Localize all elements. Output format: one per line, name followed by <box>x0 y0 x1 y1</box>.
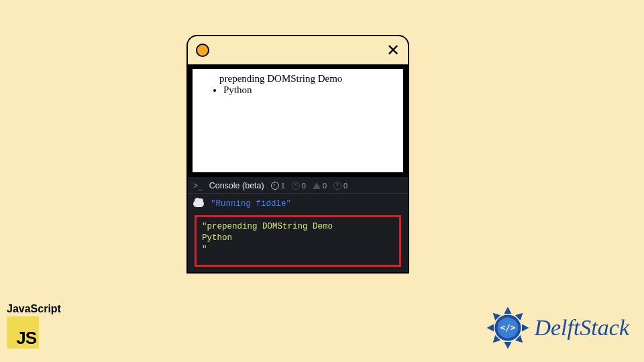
demo-heading-text: prepending DOMString Demo <box>219 73 398 84</box>
other-count-badge[interactable]: 0 <box>333 182 347 190</box>
svg-marker-0 <box>504 307 512 314</box>
running-fiddle-text: "Running fiddle" <box>211 199 291 208</box>
delftstack-logo-icon: </> <box>484 304 531 351</box>
output-line-1: prepending DOMString Demo <box>207 222 333 231</box>
svg-marker-4 <box>504 342 512 349</box>
console-log-line: "Running fiddle" <box>193 199 402 208</box>
devtools-console: >_ Console (beta) 1 0 0 0 "Running fiddl… <box>188 177 408 272</box>
javascript-label: JavaScript <box>7 303 61 315</box>
console-header: >_ Console (beta) 1 0 0 0 <box>188 177 408 194</box>
javascript-logo-icon: JS <box>7 316 39 349</box>
console-prompt-icon: >_ <box>193 181 203 190</box>
svg-marker-2 <box>522 324 529 331</box>
close-icon[interactable]: ✕ <box>386 42 400 58</box>
traffic-light-dot[interactable] <box>196 44 209 57</box>
browser-window: ✕ prepending DOMString Demo Python >_ Co… <box>186 35 409 274</box>
info-count-badge[interactable]: 1 <box>271 182 285 190</box>
brand-footer: </> DelftStack <box>484 304 629 351</box>
console-output-highlight: "prepending DOMString Demo Python " <box>195 215 401 267</box>
list-item: Python <box>223 84 398 96</box>
output-quote-open: " <box>202 222 207 231</box>
cloud-icon <box>193 200 204 207</box>
console-tab-label[interactable]: Console (beta) <box>209 181 264 190</box>
js-logo-text: JS <box>16 328 36 349</box>
console-body: "Running fiddle" "prepending DOMString D… <box>188 194 408 272</box>
warn-count: 0 <box>323 182 327 190</box>
output-quote-close: " <box>202 245 207 254</box>
info-count: 1 <box>281 182 285 190</box>
svg-text:</>: </> <box>500 322 516 333</box>
output-line-2: Python <box>202 233 232 243</box>
warn-count-badge[interactable]: 0 <box>313 182 327 190</box>
brand-name: DelftStack <box>534 315 629 341</box>
error-count-badge[interactable]: 0 <box>292 182 306 190</box>
other-count: 0 <box>343 182 347 190</box>
page-viewport: prepending DOMString Demo Python <box>188 64 408 177</box>
error-count: 0 <box>302 182 306 190</box>
window-titlebar: ✕ <box>188 36 408 64</box>
demo-list: Python <box>223 84 398 96</box>
svg-marker-6 <box>487 324 494 331</box>
javascript-badge: JavaScript JS <box>7 303 61 349</box>
